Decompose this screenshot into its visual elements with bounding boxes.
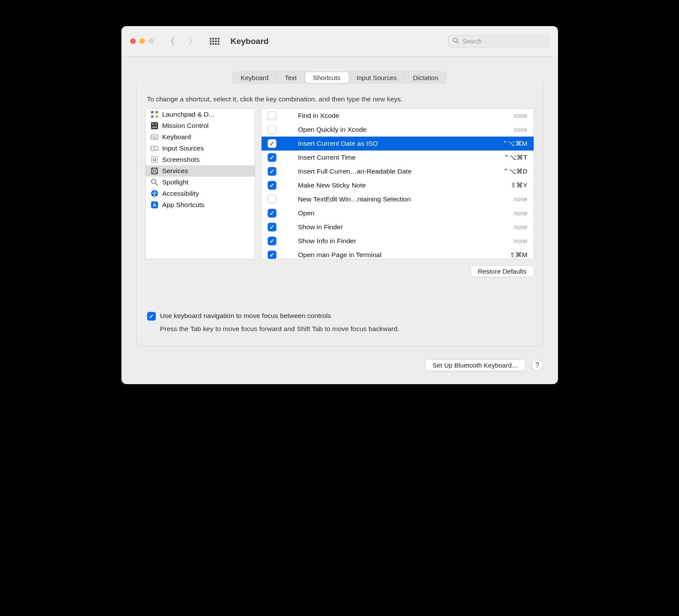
sidebar-item-label: Screenshots <box>162 156 200 164</box>
shortcut-keys[interactable]: ⌃⌥⌘M <box>502 140 528 147</box>
search-field[interactable] <box>448 35 549 48</box>
restore-defaults-button[interactable]: Restore Defaults <box>471 265 534 277</box>
tab-keyboard[interactable]: Keyboard <box>233 72 277 83</box>
back-button[interactable]: 〈 <box>165 35 175 48</box>
restore-row: Restore Defaults <box>145 265 534 277</box>
shortcut-keys[interactable]: ⇧⌘M <box>510 251 528 259</box>
sidebar-item-appshortcuts[interactable]: AApp Shortcuts <box>146 199 255 211</box>
category-sidebar[interactable]: Launchpad & D...Mission ControlKeyboard文… <box>145 108 255 259</box>
screenshot-icon <box>150 155 159 164</box>
sidebar-item-input[interactable]: 文Input Sources <box>146 143 255 154</box>
input-icon: 文 <box>150 144 159 153</box>
spotlight-icon <box>150 178 159 187</box>
traffic-lights <box>130 38 154 44</box>
minimize-button[interactable] <box>139 38 145 44</box>
zoom-button[interactable] <box>148 38 154 44</box>
help-button[interactable]: ? <box>532 360 543 371</box>
shortcut-keys[interactable]: ⌃⌥⌘T <box>504 154 527 161</box>
shortcut-label: Insert Full Curren…an-Readable Date <box>298 167 503 175</box>
shortcut-keys[interactable]: none <box>514 112 527 119</box>
shortcut-row[interactable]: Insert Current Date as ISO⌃⌥⌘M <box>262 137 534 151</box>
launchpad-icon <box>150 110 159 119</box>
prefs-window: 〈 〉 Keyboard KeyboardTextShortcutsInput … <box>121 26 558 384</box>
svg-rect-15 <box>153 138 156 138</box>
shortcut-checkbox[interactable] <box>268 139 276 148</box>
shortcut-checkbox[interactable] <box>268 195 276 204</box>
svg-rect-10 <box>151 135 158 139</box>
shortcut-keys[interactable]: none <box>514 238 527 244</box>
sidebar-item-mission[interactable]: Mission Control <box>146 120 255 131</box>
svg-rect-9 <box>152 126 157 128</box>
setup-bluetooth-button[interactable]: Set Up Bluetooth Keyboard… <box>425 359 526 371</box>
accessibility-icon <box>150 189 159 198</box>
svg-point-14 <box>156 136 157 137</box>
tab-input-sources[interactable]: Input Sources <box>349 72 405 83</box>
sidebar-item-label: Accessibility <box>162 190 199 198</box>
sidebar-item-keyboard[interactable]: Keyboard <box>146 131 255 143</box>
shortcut-row[interactable]: Open man Page in Terminal⇧⌘M <box>262 248 534 259</box>
keyboard-nav-checkbox[interactable] <box>147 312 156 321</box>
shortcut-row[interactable]: Opennone <box>262 206 534 220</box>
shortcut-checkbox[interactable] <box>268 111 276 120</box>
shortcut-label: Make New Sticky Note <box>298 181 511 189</box>
shortcut-row[interactable]: Open Quickly in Xcodenone <box>262 123 534 137</box>
services-icon <box>150 167 159 175</box>
sidebar-item-label: Services <box>162 167 188 175</box>
tabs: KeyboardTextShortcutsInput SourcesDictat… <box>232 71 447 84</box>
svg-point-19 <box>153 158 156 161</box>
shortcut-keys[interactable]: ⌃⌥⌘D <box>503 167 528 175</box>
shortcut-checkbox[interactable] <box>268 223 276 231</box>
shortcut-row[interactable]: Make New Sticky Note⇧⌘Y <box>262 178 534 192</box>
sidebar-item-spotlight[interactable]: Spotlight <box>146 177 255 188</box>
svg-rect-8 <box>155 123 157 125</box>
sidebar-item-services[interactable]: Services <box>146 165 255 177</box>
shortcut-label: Open man Page in Terminal <box>298 251 510 259</box>
tab-text[interactable]: Text <box>277 72 305 83</box>
sidebar-item-launchpad[interactable]: Launchpad & D... <box>146 109 255 120</box>
keyboard-icon <box>150 133 159 141</box>
shortcut-keys[interactable]: ⇧⌘Y <box>511 181 527 189</box>
show-all-icon[interactable] <box>210 38 219 45</box>
keyboard-nav-sublabel: Press the Tab key to move focus forward … <box>160 325 534 333</box>
shortcut-label: Show in Finder <box>298 223 514 231</box>
shortcut-list[interactable]: Find in XcodenoneOpen Quickly in Xcodeno… <box>261 108 534 259</box>
shortcut-keys[interactable]: none <box>514 224 527 231</box>
svg-rect-2 <box>151 111 154 114</box>
shortcut-row[interactable]: Show in Findernone <box>262 220 534 234</box>
sidebar-item-label: Launchpad & D... <box>162 110 215 118</box>
shortcut-label: Open <box>298 209 514 217</box>
shortcut-row[interactable]: Insert Full Curren…an-Readable Date⌃⌥⌘D <box>262 164 534 178</box>
shortcut-checkbox[interactable] <box>268 153 276 162</box>
close-button[interactable] <box>130 38 136 44</box>
sidebar-item-screenshot[interactable]: Screenshots <box>146 154 255 165</box>
search-input[interactable] <box>463 38 545 45</box>
shortcut-keys[interactable]: none <box>514 126 527 133</box>
svg-line-1 <box>457 41 458 43</box>
svg-rect-5 <box>155 115 158 118</box>
shortcut-label: Insert Current Date as ISO <box>298 140 503 147</box>
shortcut-row[interactable]: New TextEdit Win…ntaining Selectionnone <box>262 192 534 206</box>
shortcut-row[interactable]: Find in Xcodenone <box>262 109 534 123</box>
shortcut-label: Show Info in Finder <box>298 237 514 245</box>
shortcut-keys[interactable]: none <box>514 196 527 203</box>
shortcut-checkbox[interactable] <box>268 209 276 218</box>
shortcut-row[interactable]: Show Info in Findernone <box>262 234 534 248</box>
shortcut-checkbox[interactable] <box>268 167 276 176</box>
shortcut-checkbox[interactable] <box>268 181 276 190</box>
shortcut-checkbox[interactable] <box>268 237 276 245</box>
tab-dictation[interactable]: Dictation <box>405 72 446 83</box>
shortcut-label: Insert Current Time <box>298 154 504 161</box>
shortcut-label: Find in Xcode <box>298 112 514 120</box>
svg-line-24 <box>155 183 158 185</box>
shortcut-row[interactable]: Insert Current Time⌃⌥⌘T <box>262 151 534 164</box>
tab-shortcuts[interactable]: Shortcuts <box>305 72 349 83</box>
svg-point-26 <box>154 191 155 193</box>
shortcut-checkbox[interactable] <box>268 125 276 134</box>
svg-rect-7 <box>152 123 154 125</box>
svg-rect-18 <box>151 157 158 163</box>
svg-rect-4 <box>151 115 154 118</box>
shortcut-checkbox[interactable] <box>268 251 276 259</box>
sidebar-item-accessibility[interactable]: Accessibility <box>146 188 255 199</box>
shortcut-keys[interactable]: none <box>514 210 527 217</box>
svg-point-22 <box>154 171 155 172</box>
